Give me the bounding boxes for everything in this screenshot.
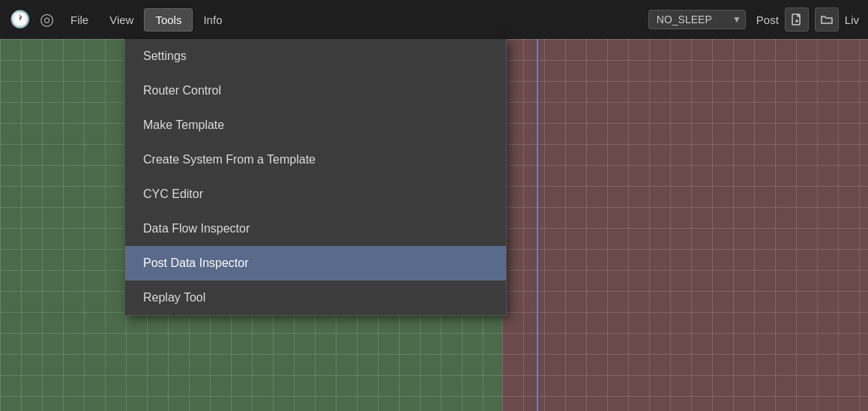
tools-dropdown-menu: SettingsRouter ControlMake TemplateCreat… [124, 39, 507, 316]
new-doc-button[interactable] [785, 8, 809, 32]
blue-vertical-line [537, 39, 538, 411]
tools-menu-item-data-flow-inspector[interactable]: Data Flow Inspector [125, 212, 506, 246]
menu-tools[interactable]: Tools [144, 8, 193, 32]
pink-grid-background [502, 39, 868, 411]
tools-menu-item-create-system-from-template[interactable]: Create System From a Template [125, 142, 506, 177]
no-sleep-dropdown[interactable]: NO_SLEEP [648, 10, 746, 29]
post-label: Post [756, 14, 779, 26]
clock-icon[interactable]: 🕐 [6, 6, 33, 33]
folder-button[interactable] [815, 8, 839, 32]
menubar: 🕐 ◎ File View Tools Info NO_SLEEP ▼ Post [0, 0, 868, 39]
menu-view[interactable]: View [99, 9, 144, 31]
tools-menu-item-post-data-inspector[interactable]: Post Data Inspector [125, 246, 506, 280]
tools-menu-item-replay-tool[interactable]: Replay Tool [125, 280, 506, 315]
menu-info[interactable]: Info [193, 9, 232, 31]
target-icon[interactable]: ◎ [33, 6, 60, 33]
tools-menu-item-cyc-editor[interactable]: CYC Editor [125, 177, 506, 212]
tools-menu-item-router-control[interactable]: Router Control [125, 74, 506, 108]
live-label: Liv [845, 14, 859, 26]
menubar-right: NO_SLEEP ▼ Post Liv [639, 0, 868, 39]
dropdown-wrapper: NO_SLEEP ▼ [648, 10, 746, 29]
tools-menu-item-make-template[interactable]: Make Template [125, 108, 506, 142]
tools-menu-item-settings[interactable]: Settings [125, 39, 506, 74]
menu-file[interactable]: File [60, 9, 99, 31]
